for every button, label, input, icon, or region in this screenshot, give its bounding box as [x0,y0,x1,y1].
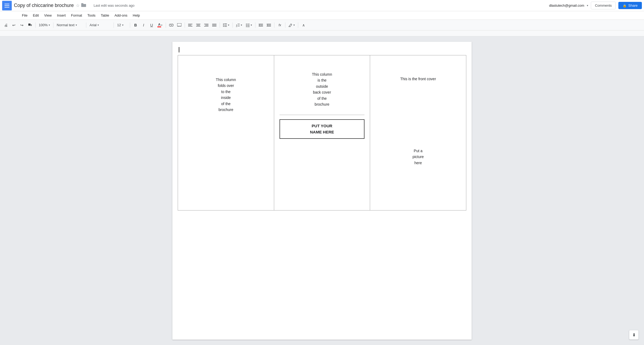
align-justify-button[interactable] [211,21,218,29]
font-color-bar [157,26,161,27]
font-size-dropdown[interactable]: 12 ▾ [115,21,128,29]
column-3: This is the front cover Put a picture he… [370,55,466,210]
separator-7 [185,22,185,28]
separator-5 [130,22,130,28]
col1-text: This column folds over to the inside of … [183,61,269,113]
font-color-button[interactable]: A ▾ [156,21,164,29]
comments-button[interactable]: Comments [591,2,616,9]
separator-10 [255,22,255,28]
font-color-icon: A [157,23,161,27]
toolbar: 🖨 ↩ ↪ 100% ▾ Normal text ▾ Arial ▾ 12 ▾ … [0,20,644,30]
size-dropdown-arrow: ▾ [122,24,123,26]
separator-1 [35,22,36,28]
underline-button[interactable]: U [148,21,155,29]
menu-format[interactable]: Format [68,12,85,18]
bullet-list-dropdown[interactable]: ▾ [244,21,254,29]
last-edit: Last edit was seconds ago [94,3,134,7]
col3-content: This is the front cover Put a picture he… [375,61,461,166]
app-menu-button[interactable] [2,1,12,10]
zoom-dropdown-arrow: ▾ [49,24,50,26]
comment-button[interactable] [176,21,183,29]
menu-addons[interactable]: Add-ons [112,12,130,18]
ruler [0,30,644,36]
menu-bar: File Edit View Insert Format Tools Table… [0,11,644,20]
brochure-table: This column folds over to the inside of … [178,55,466,210]
menu-table[interactable]: Table [98,12,112,18]
separator-4 [114,22,114,28]
align-center-button[interactable] [195,21,202,29]
separator-6 [166,22,166,28]
formula-button[interactable]: fx [276,21,284,29]
bold-button[interactable]: B [132,21,139,29]
top-bar: Copy of chiccarine brochure ☆ Last edit … [0,0,644,11]
account-dropdown-arrow[interactable]: ▾ [587,4,588,7]
menu-view[interactable]: View [41,12,54,18]
style-dropdown-arrow: ▾ [76,24,77,26]
bullet-list-arrow: ▾ [251,24,252,26]
redo-button[interactable]: ↪ [18,21,26,29]
line-spacing-dropdown[interactable]: ▾ [222,21,231,29]
svg-rect-2 [28,24,30,26]
name-box: PUT YOUR NAME HERE [280,119,365,139]
align-left-button[interactable] [187,21,194,29]
svg-rect-0 [81,4,86,7]
page: This column folds over to the inside of … [172,42,472,340]
separator-2 [53,22,53,28]
increase-indent-button[interactable] [265,21,273,29]
share-button[interactable]: 🔒 Share [618,2,642,9]
document-area: This column folds over to the inside of … [0,36,644,345]
italic-button[interactable]: I [140,21,147,29]
zoom-dropdown[interactable]: 100% ▾ [37,21,52,29]
top-right-actions: dlastutech@gmail.com ▾ Comments 🔒 Share [549,2,642,9]
svg-point-25 [246,25,247,26]
separator-11 [274,22,274,28]
cursor [179,47,179,52]
line-spacing-arrow: ▾ [228,24,229,26]
decrease-indent-button[interactable] [257,21,265,29]
folder-icon [81,3,86,8]
col2-content: This column is the outside back cover of… [280,61,365,205]
star-icon[interactable]: ☆ [76,3,80,8]
align-right-button[interactable] [203,21,210,29]
style-dropdown[interactable]: Normal text ▾ [55,21,84,29]
svg-point-27 [246,26,247,27]
picture-text: Put a picture here [375,148,461,166]
separator-12 [285,22,285,28]
name-box-text: PUT YOUR NAME HERE [283,123,361,135]
separator-8 [220,22,220,28]
menu-help[interactable]: Help [130,12,143,18]
svg-point-23 [246,24,247,24]
col2-top-text: This column is the outside back cover of… [280,61,365,113]
font-dropdown[interactable]: Arial ▾ [88,21,112,29]
pencil-dropdown-arrow: ▾ [293,24,295,26]
pencil-dropdown[interactable]: ▾ [287,21,296,29]
svg-line-35 [289,26,289,27]
print-button[interactable]: 🖨 [2,21,10,29]
user-email: dlastutech@gmail.com [549,3,584,7]
front-cover-text: This is the front cover [375,77,461,81]
col2-divider [280,115,365,115]
menu-tools[interactable]: Tools [85,12,98,18]
undo-button[interactable]: ↩ [10,21,18,29]
menu-insert[interactable]: Insert [54,12,68,18]
lock-icon: 🔒 [623,4,627,7]
separator-3 [86,22,86,28]
font-dropdown-arrow: ▾ [98,24,99,26]
paint-format-button[interactable] [26,21,34,29]
separator-9 [232,22,233,28]
font-color-arrow: ▾ [161,24,162,26]
scroll-bottom-button[interactable]: ⬇ [629,330,639,340]
menu-file[interactable]: File [19,12,30,18]
svg-rect-1 [81,3,83,4]
separator-13 [298,22,298,28]
svg-text:2.: 2. [236,25,238,27]
svg-rect-3 [177,23,181,26]
collapse-toolbar-button[interactable]: ∧ [300,21,307,29]
column-1: This column folds over to the inside of … [178,55,274,210]
link-button[interactable] [168,21,175,29]
numbered-list-arrow: ▾ [241,24,242,26]
doc-title: Copy of chiccarine brochure [14,3,74,8]
numbered-list-dropdown[interactable]: 1.2. ▾ [234,21,244,29]
hamburger-icon [5,4,9,7]
menu-edit[interactable]: Edit [30,12,41,18]
